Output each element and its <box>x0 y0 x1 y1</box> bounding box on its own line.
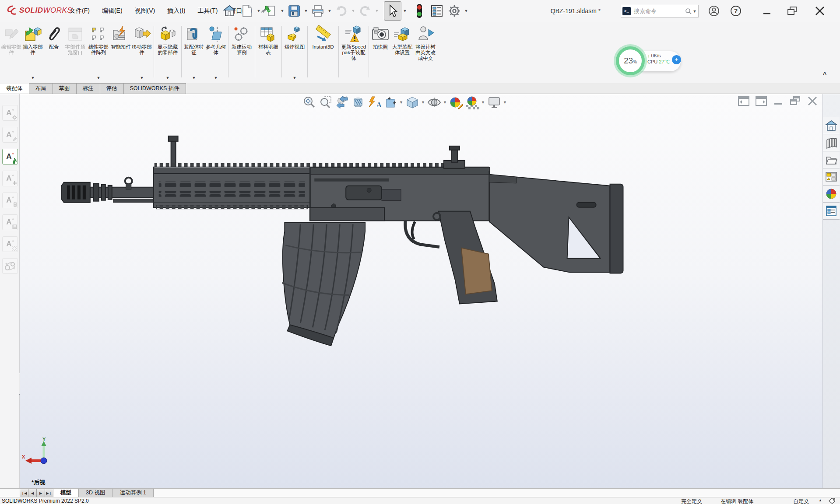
tab-markup[interactable]: 标注 <box>76 83 100 94</box>
fully-defined-status: 完全定义 <box>681 498 702 504</box>
tag-icon[interactable] <box>829 498 836 504</box>
assembly-features-button[interactable]: 装配体特征 ▼ <box>183 24 205 81</box>
open-dropdown[interactable]: ▼ <box>280 9 285 13</box>
new-document-icon[interactable] <box>239 2 255 20</box>
linear-pattern-dropdown[interactable]: ▼ <box>97 76 101 80</box>
close-window-icon[interactable] <box>812 4 827 18</box>
command-search[interactable]: >_ 搜索命令 ▼ <box>621 5 699 18</box>
insert-component-dropdown[interactable]: ▼ <box>31 76 35 80</box>
annotation-save-macro-icon: A° <box>2 214 18 230</box>
search-dropdown[interactable]: ▼ <box>692 9 697 14</box>
select-cursor-icon[interactable] <box>384 1 401 21</box>
bill-of-materials-button[interactable]: 材料明细表 <box>257 24 280 81</box>
show-hidden-dropdown[interactable]: ▼ <box>166 76 170 80</box>
status-expand-arrow[interactable]: ▲ <box>819 498 822 502</box>
new-document-dropdown[interactable]: ▼ <box>256 9 261 13</box>
bom-table-icon <box>259 25 278 43</box>
quick-access-toolbar: ▼ ▼ ▼ ▼ ▼ ▼ ▼ ▼ <box>221 0 469 22</box>
appearances-scenes-icon[interactable] <box>823 186 840 203</box>
graphics-viewport[interactable]: A ▼ ▼ ▼ ▼ ▼ <box>20 94 823 488</box>
cpu-usage-ring[interactable]: 23% <box>616 46 645 75</box>
mate-button[interactable]: 配合 <box>44 24 64 81</box>
new-motion-study-button[interactable]: 新建运动算例 <box>230 24 253 81</box>
solidworks-logo: SOLIDWORKS <box>6 5 72 16</box>
user-account-icon[interactable] <box>706 4 721 18</box>
move-component-dropdown[interactable]: ▼ <box>140 76 144 80</box>
save-icon[interactable] <box>286 2 302 20</box>
tab-model[interactable]: 模型 <box>53 489 79 497</box>
open-icon[interactable] <box>262 2 279 20</box>
menu-file[interactable]: 文件(F) <box>63 0 96 22</box>
instant3d-button[interactable]: Instant3D <box>309 24 337 81</box>
component-preview-window-button: 零部件预览窗口 <box>64 24 87 81</box>
design-library-icon[interactable] <box>823 134 840 151</box>
move-component-button[interactable]: 移动零部件 ▼ <box>131 24 152 81</box>
print-dropdown[interactable]: ▼ <box>327 9 332 13</box>
settings-gear-icon[interactable] <box>446 2 463 20</box>
download-arrow-icon: ↓ <box>647 53 650 58</box>
tab-3d-views[interactable]: 3D 视图 <box>78 489 112 497</box>
exploded-view-dropdown[interactable]: ▼ <box>293 76 297 80</box>
triad-x-label: X <box>22 454 25 459</box>
home-icon[interactable] <box>221 2 238 20</box>
scroll-next-icon[interactable]: ▶ <box>36 489 45 497</box>
cpu-monitor-widget[interactable]: 23% ↓ 0K/s CPU 27℃ + <box>616 46 682 76</box>
tab-evaluate[interactable]: 评估 <box>100 83 124 94</box>
toolbar-separator <box>228 26 228 77</box>
annotation-add-macro-icon: A° <box>2 171 18 186</box>
search-icon[interactable] <box>685 8 692 15</box>
tab-assembly[interactable]: 装配体 <box>0 84 29 94</box>
annotation-gear-macro-icon: A° <box>2 105 18 121</box>
options-list-icon[interactable] <box>429 2 445 20</box>
model-rifle-qbz191[interactable] <box>20 94 823 488</box>
toolbar-separator <box>369 26 369 77</box>
tab-layout[interactable]: 布局 <box>29 83 53 94</box>
tab-solidworks-addins[interactable]: SOLIDWORKS 插件 <box>123 83 186 94</box>
translate-tree-button[interactable]: 将设计树由英文改成中文 <box>414 24 437 81</box>
custom-status[interactable]: 自定义 <box>793 498 809 504</box>
insert-component-button[interactable]: 插入零部件 ▼ <box>22 24 44 81</box>
undo-icon <box>333 2 350 20</box>
print-icon[interactable] <box>309 2 326 20</box>
save-dropdown[interactable]: ▼ <box>303 9 309 13</box>
reference-geometry-dropdown[interactable]: ▼ <box>214 76 218 80</box>
scroll-prev-icon[interactable]: ◀ <box>28 489 37 497</box>
settings-dropdown[interactable]: ▼ <box>464 9 469 13</box>
title-bar: SOLIDWORKS 文件(F) 编辑(E) 视图(V) 插入(I) 工具(T)… <box>0 0 840 22</box>
linear-component-pattern-button[interactable]: 线性零部件阵列 ▼ <box>87 24 110 81</box>
update-speedpak-button[interactable]: 更新Speedpak子装配体 <box>340 24 367 81</box>
assembly-features-dropdown[interactable]: ▼ <box>192 76 196 80</box>
home-tab-icon[interactable] <box>823 117 840 134</box>
search-placeholder: 搜索命令 <box>634 7 685 15</box>
show-hidden-components-button[interactable]: 显示隐藏的零部件 ▼ <box>155 24 180 81</box>
reference-geometry-button[interactable]: 参考几何体 ▼ <box>205 24 227 81</box>
large-assembly-settings-button[interactable]: 大型装配体设置 <box>390 24 414 81</box>
view-palette-icon[interactable] <box>823 168 840 186</box>
exploded-view-button[interactable]: 爆炸视图 ▼ <box>283 24 306 81</box>
menu-edit[interactable]: 编辑(E) <box>96 0 129 22</box>
scroll-first-icon[interactable]: ❘◀ <box>20 489 28 497</box>
tab-motion-study-1[interactable]: 运动算例 1 <box>112 489 153 497</box>
menu-view[interactable]: 视图(V) <box>129 0 162 22</box>
file-explorer-icon[interactable] <box>823 151 840 168</box>
annotation-edit-macro-icon: A° <box>2 127 18 143</box>
minimize-window-icon[interactable] <box>759 4 774 18</box>
rebuild-traffic-light-icon[interactable] <box>411 2 428 20</box>
tab-sketch[interactable]: 草图 <box>53 83 77 94</box>
menu-tools[interactable]: 工具(T) <box>191 0 224 22</box>
scroll-last-icon[interactable]: ▶❘ <box>45 489 53 497</box>
status-bar: SOLIDWORKS Premium 2022 SP2.0 完全定义 在编辑 装… <box>0 497 840 504</box>
cpu-widget-plus-button[interactable]: + <box>672 55 681 64</box>
redo-icon <box>357 2 373 20</box>
annotation-export-macro-icon[interactable]: A° <box>2 149 18 164</box>
collapse-toolbar-chevron[interactable]: ^ <box>823 71 826 78</box>
smart-fasteners-button[interactable]: 智能扣件 <box>110 24 131 81</box>
help-icon[interactable]: ? <box>728 4 743 18</box>
reference-geometry-icon <box>207 25 225 43</box>
take-snapshot-button[interactable]: 拍快照 <box>370 24 390 81</box>
menu-insert[interactable]: 插入(I) <box>161 0 191 22</box>
restore-window-icon[interactable] <box>785 4 800 18</box>
select-dropdown[interactable]: ▼ <box>402 9 408 13</box>
custom-properties-icon[interactable] <box>823 203 840 220</box>
cpu-label: CPU <box>647 59 657 64</box>
